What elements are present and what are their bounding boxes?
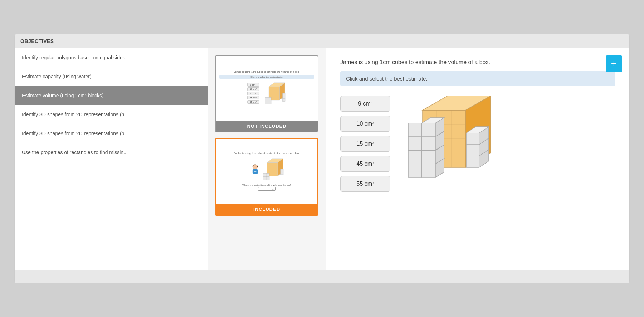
not-included-label: NOT INCLUDED: [216, 121, 318, 132]
thumbnail-card-included[interactable]: Sophie is using 1cm cubes to estimate th…: [215, 138, 318, 216]
main-container: OBJECTIVES Identify regular polygons bas…: [14, 34, 630, 283]
mini-input-unit: cm³: [272, 188, 274, 190]
svg-rect-22: [280, 172, 283, 175]
svg-rect-36: [422, 150, 435, 164]
detail-instruction-bar: Click and select the best estimate.: [340, 71, 615, 86]
mini-option-1-5: 55 cm³: [247, 100, 259, 104]
svg-rect-44: [422, 123, 435, 137]
svg-rect-19: [263, 176, 266, 180]
thumbnail-body-2: Sophie is using 1cm cubes to estimate th…: [216, 139, 317, 204]
mini-box-svg-2: [263, 157, 284, 182]
detail-question-text: James is using 1cm cubes to estimate the…: [340, 59, 586, 65]
thumbnails-panel: James is using 1cm cubes to estimate the…: [208, 48, 326, 270]
mini-box-svg-1: [265, 81, 286, 106]
box-illustration: [405, 96, 505, 189]
svg-rect-43: [408, 123, 422, 137]
svg-rect-8: [282, 96, 285, 99]
answer-option-3[interactable]: 15 cm³: [340, 136, 390, 152]
svg-rect-47: [466, 156, 479, 167]
mini-options-1: 9 cm³ 10 cm³ 15 cm³ 45 cm³ 55 cm³: [247, 83, 259, 104]
mini-input-label: What is the best estimate of the volume …: [242, 184, 291, 186]
objective-item-6[interactable]: Use the properties of rectangles to find…: [15, 143, 208, 162]
svg-rect-21: [280, 169, 283, 172]
svg-rect-6: [268, 101, 271, 104]
included-label: INCLUDED: [216, 204, 317, 215]
svg-rect-39: [408, 137, 422, 150]
answer-option-4[interactable]: 45 cm³: [340, 156, 390, 172]
mini-input-row: What is the best estimate of the volume …: [220, 184, 314, 191]
svg-rect-20: [266, 176, 269, 180]
mini-thumbnail-row-1: 9 cm³ 10 cm³ 15 cm³ 45 cm³ 55 cm³: [247, 81, 286, 106]
objective-item-5[interactable]: Identify 3D shapes from 2D representatio…: [15, 124, 208, 143]
svg-rect-7: [282, 93, 285, 96]
svg-rect-40: [422, 137, 435, 150]
header: OBJECTIVES: [15, 34, 629, 48]
svg-rect-4: [268, 97, 271, 101]
mini-option-1-1: 9 cm³: [247, 83, 259, 87]
thumbnail-body-1: James is using 1cm cubes to estimate the…: [216, 56, 318, 121]
answer-option-1[interactable]: 9 cm³: [340, 96, 390, 112]
mini-avatar: [249, 164, 261, 175]
answer-option-2[interactable]: 10 cm³: [340, 116, 390, 132]
mini-question-2: Sophie is using 1cm cubes to estimate th…: [234, 152, 299, 155]
mini-thumbnail-row-2: [249, 157, 284, 182]
objective-item-3[interactable]: Estimate volume (using 1cm³ blocks): [15, 86, 208, 105]
svg-rect-35: [408, 150, 422, 164]
objective-item-1[interactable]: Identify regular polygons based on equal…: [15, 48, 208, 67]
thumbnail-card-not-included[interactable]: James is using 1cm cubes to estimate the…: [215, 55, 318, 132]
svg-rect-18: [266, 173, 269, 176]
svg-point-13: [253, 165, 257, 169]
content-area: Identify regular polygons based on equal…: [15, 48, 629, 270]
detail-panel: + James is using 1cm cubes to estimate t…: [326, 48, 629, 270]
svg-rect-9: [282, 99, 285, 102]
objective-item-4[interactable]: Identify 3D shapes from 2D representatio…: [15, 105, 208, 124]
svg-rect-5: [265, 101, 268, 104]
mini-question-1: James is using 1cm cubes to estimate the…: [234, 70, 299, 73]
svg-rect-17: [263, 173, 266, 176]
answer-options-list: 9 cm³ 10 cm³ 15 cm³ 45 cm³ 55 cm³: [340, 96, 390, 192]
mini-option-1-3: 15 cm³: [247, 92, 259, 95]
svg-rect-31: [408, 164, 422, 177]
svg-rect-50: [466, 145, 479, 156]
answer-option-5[interactable]: 55 cm³: [340, 176, 390, 192]
svg-rect-3: [265, 97, 268, 101]
add-button[interactable]: +: [606, 55, 622, 72]
mini-option-1-4: 45 cm³: [247, 96, 259, 99]
mini-input-box: cm³: [258, 187, 276, 191]
objectives-list: Identify regular polygons based on equal…: [15, 48, 208, 270]
footer-bar: [15, 270, 629, 283]
objective-item-2[interactable]: Estimate capacity (using water): [15, 67, 208, 86]
mini-option-1-2: 10 cm³: [247, 87, 259, 91]
header-title: OBJECTIVES: [20, 38, 54, 44]
mini-instruction-1: Click and select the best estimate.: [219, 75, 314, 79]
svg-rect-32: [422, 164, 435, 177]
answer-options-row: 9 cm³ 10 cm³ 15 cm³ 45 cm³ 55 cm³: [340, 96, 615, 192]
svg-rect-53: [466, 133, 479, 145]
